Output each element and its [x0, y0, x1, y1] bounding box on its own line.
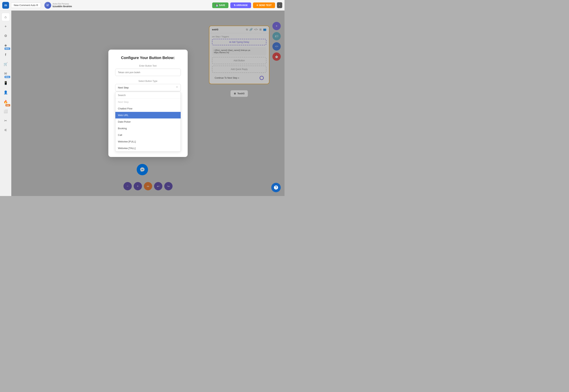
- sidebar-item-hot[interactable]: 🔥 Hot: [1, 98, 10, 106]
- collapse-button[interactable]: ‹: [277, 2, 282, 8]
- flow-name[interactable]: New Comment Auto R: [11, 2, 41, 8]
- sidebar-item-cart[interactable]: 🛒: [1, 60, 10, 68]
- configure-button-modal: Configure Your Button Below: Enter Butto…: [108, 50, 188, 157]
- network-icon: ⚟: [4, 128, 7, 132]
- save-button[interactable]: 💾 SAVE: [212, 2, 228, 8]
- facebook-icon: f: [5, 53, 6, 57]
- dropdown-panel: Next Step Chatbot Flow Web URL Date-Pick…: [115, 92, 181, 152]
- sidebar-item-facebook[interactable]: f: [1, 51, 10, 59]
- select-button-type-trigger[interactable]: Next Step ⌃: [115, 84, 181, 91]
- modal-overlay: Configure Your Button Below: Enter Butto…: [11, 11, 285, 196]
- persona-name: Izzuddin Ibrahim: [53, 5, 72, 8]
- beta2-badge: Beta: [4, 76, 10, 78]
- dropdown-item-webview-tall[interactable]: Webview [TALL]: [115, 145, 181, 152]
- chevron-up-icon: ⌃: [176, 86, 178, 89]
- beta1-icon: ◈: [4, 43, 7, 47]
- dropdown-search-input[interactable]: [115, 92, 181, 99]
- dropdown-item-booking[interactable]: Booking: [115, 125, 181, 132]
- sidebar-item-network[interactable]: ⚟: [1, 126, 10, 134]
- sidebar-item-home[interactable]: ⌂: [1, 13, 10, 21]
- select-label: Select Button Type: [115, 80, 181, 83]
- send-test-button[interactable]: ✈ SEND TEST: [253, 2, 275, 8]
- persona-label: Active Bot Persona:: [53, 3, 72, 5]
- add-icon: +: [4, 24, 7, 29]
- gear-icon: ⚙: [4, 34, 7, 38]
- canvas: + 🏷 </> ⏰ ext#3 ⧉ 🔗 </> ⊞ 👥 om Step / Tr…: [11, 11, 285, 196]
- dropdown-item-next-step[interactable]: Next Step: [115, 99, 181, 105]
- sidebar-item-box[interactable]: ⬜: [1, 107, 10, 115]
- sidebar-item-add[interactable]: +: [1, 22, 10, 30]
- app-logo: m: [2, 2, 9, 9]
- modal-title: Configure Your Button Below:: [115, 56, 181, 60]
- email-icon: ✉: [4, 71, 7, 76]
- hot-badge: Hot: [5, 104, 10, 106]
- support-button[interactable]: [271, 183, 281, 192]
- tools-icon: ✂: [4, 119, 7, 123]
- topbar: m New Comment Auto R IZ Active Bot Perso…: [0, 0, 285, 11]
- user-icon: 👤: [4, 90, 8, 95]
- button-text-input[interactable]: [115, 69, 181, 76]
- sidebar-item-tools[interactable]: ✂: [1, 117, 10, 125]
- dropdown-item-web-url[interactable]: Web URL: [115, 112, 181, 118]
- dropdown-item-date-picker[interactable]: Date-Picker: [115, 118, 181, 125]
- arrange-button[interactable]: ⇅ ARRANGE: [230, 2, 251, 8]
- sidebar-item-settings[interactable]: ⚙: [1, 32, 10, 40]
- sidebar-item-user[interactable]: 👤: [1, 88, 10, 97]
- persona-section: IZ Active Bot Persona: Izzuddin Ibrahim: [44, 2, 72, 9]
- fire-icon: 🔥: [4, 100, 8, 104]
- mobile-icon: 📱: [4, 81, 8, 85]
- box-icon: ⬜: [4, 109, 8, 113]
- sidebar-item-mobile[interactable]: 📱: [1, 79, 10, 87]
- dropdown-item-chatbot-flow[interactable]: Chatbot Flow: [115, 105, 181, 112]
- dropdown-item-call[interactable]: Call: [115, 132, 181, 138]
- sidebar: ⌂ + ⚙ ◈ Beta f 🛒 ✉ Beta 📱 👤 🔥 Hot ⬜ ✂ ⚟: [0, 11, 11, 196]
- home-icon: ⌂: [4, 15, 7, 19]
- beta1-badge: Beta: [4, 48, 10, 50]
- cart-icon: 🛒: [4, 62, 8, 66]
- dropdown-item-webview-full[interactable]: Webview [FULL]: [115, 138, 181, 145]
- sidebar-item-beta2[interactable]: ✉ Beta: [1, 70, 10, 78]
- persona-avatar: IZ: [44, 2, 51, 9]
- persona-info: Active Bot Persona: Izzuddin Ibrahim: [53, 3, 72, 8]
- sidebar-item-beta1[interactable]: ◈ Beta: [1, 41, 10, 49]
- enter-text-label: Enter Button Text: [115, 65, 181, 67]
- support-icon: [274, 185, 278, 190]
